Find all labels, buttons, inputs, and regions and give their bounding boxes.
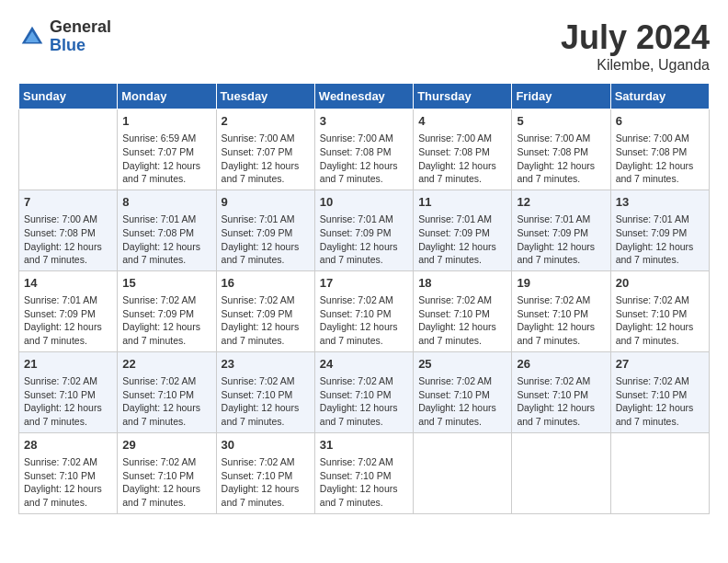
day-header-tuesday: Tuesday: [216, 84, 314, 109]
day-header-saturday: Saturday: [610, 84, 709, 109]
day-number: 24: [320, 356, 408, 373]
calendar-week-2: 7Sunrise: 7:00 AMSunset: 7:08 PMDaylight…: [19, 190, 710, 270]
sunset-time: Sunset: 7:09 PM: [320, 227, 392, 238]
day-number: 31: [320, 437, 408, 454]
day-info: Sunrise: 7:02 AMSunset: 7:09 PMDaylight:…: [122, 293, 210, 348]
day-number: 20: [616, 275, 704, 292]
day-header-sunday: Sunday: [19, 84, 118, 109]
sunset-time: Sunset: 7:10 PM: [517, 308, 588, 319]
day-number: 18: [418, 275, 506, 292]
table-row: 9Sunrise: 7:01 AMSunset: 7:09 PMDaylight…: [216, 190, 314, 270]
daylight-hours: Daylight: 12 hours and 7 minutes.: [320, 160, 398, 185]
daylight-hours: Daylight: 12 hours and 7 minutes.: [122, 402, 200, 427]
sunrise-time: Sunrise: 7:02 AM: [222, 375, 295, 386]
table-row: [414, 432, 512, 513]
sunrise-time: Sunrise: 7:02 AM: [517, 375, 590, 386]
sunrise-time: Sunrise: 7:02 AM: [122, 294, 196, 305]
day-info: Sunrise: 7:00 AMSunset: 7:08 PMDaylight:…: [24, 213, 112, 267]
day-number: 19: [517, 275, 605, 292]
table-row: 6Sunrise: 7:00 AMSunset: 7:08 PMDaylight…: [610, 109, 709, 190]
day-number: 1: [122, 113, 210, 130]
day-info: Sunrise: 7:00 AMSunset: 7:08 PMDaylight:…: [320, 132, 408, 186]
table-row: 20Sunrise: 7:02 AMSunset: 7:10 PMDayligh…: [610, 270, 709, 351]
sunset-time: Sunset: 7:10 PM: [122, 389, 194, 400]
day-info: Sunrise: 7:02 AMSunset: 7:10 PMDaylight:…: [418, 293, 506, 348]
day-info: Sunrise: 7:02 AMSunset: 7:10 PMDaylight:…: [517, 374, 605, 429]
day-info: Sunrise: 7:02 AMSunset: 7:10 PMDaylight:…: [320, 455, 408, 510]
daylight-hours: Daylight: 12 hours and 7 minutes.: [222, 402, 300, 427]
table-row: 16Sunrise: 7:02 AMSunset: 7:09 PMDayligh…: [216, 270, 314, 351]
day-number: 15: [122, 275, 210, 292]
sunrise-time: Sunrise: 7:00 AM: [616, 132, 689, 144]
sunrise-time: Sunrise: 7:02 AM: [222, 294, 295, 305]
sunset-time: Sunset: 7:10 PM: [222, 470, 293, 481]
table-row: 30Sunrise: 7:02 AMSunset: 7:10 PMDayligh…: [216, 432, 314, 513]
sunrise-time: Sunrise: 7:02 AM: [24, 375, 97, 386]
sunrise-time: Sunrise: 7:00 AM: [517, 132, 590, 144]
sunrise-time: Sunrise: 7:02 AM: [122, 375, 196, 386]
day-number: 5: [517, 113, 605, 130]
day-header-wednesday: Wednesday: [314, 84, 413, 109]
daylight-hours: Daylight: 12 hours and 7 minutes.: [24, 321, 102, 346]
logo-general-text: General: [50, 18, 111, 37]
sunset-time: Sunset: 7:08 PM: [320, 146, 392, 157]
table-row: 17Sunrise: 7:02 AMSunset: 7:10 PMDayligh…: [314, 270, 413, 351]
day-info: Sunrise: 7:02 AMSunset: 7:09 PMDaylight:…: [222, 293, 310, 348]
sunrise-time: Sunrise: 7:02 AM: [24, 456, 97, 467]
table-row: 2Sunrise: 7:00 AMSunset: 7:07 PMDaylight…: [216, 109, 314, 190]
sunset-time: Sunset: 7:07 PM: [222, 146, 293, 157]
table-row: 21Sunrise: 7:02 AMSunset: 7:10 PMDayligh…: [19, 351, 118, 432]
sunset-time: Sunset: 7:10 PM: [418, 308, 490, 319]
daylight-hours: Daylight: 12 hours and 7 minutes.: [320, 483, 398, 508]
day-number: 27: [616, 356, 704, 373]
daylight-hours: Daylight: 12 hours and 7 minutes.: [616, 321, 694, 346]
day-number: 16: [222, 275, 310, 292]
sunset-time: Sunset: 7:10 PM: [320, 389, 392, 400]
sunset-time: Sunset: 7:10 PM: [222, 389, 293, 400]
sunrise-time: Sunrise: 7:02 AM: [320, 456, 393, 467]
daylight-hours: Daylight: 12 hours and 7 minutes.: [24, 241, 102, 266]
sunset-time: Sunset: 7:08 PM: [616, 146, 688, 157]
sunset-time: Sunset: 7:10 PM: [418, 389, 490, 400]
daylight-hours: Daylight: 12 hours and 7 minutes.: [122, 321, 200, 346]
day-info: Sunrise: 7:01 AMSunset: 7:09 PMDaylight:…: [616, 213, 704, 267]
logo-blue-text: Blue: [50, 37, 111, 55]
day-number: 2: [222, 113, 310, 130]
day-number: 30: [222, 437, 310, 454]
sunrise-time: Sunrise: 7:00 AM: [418, 132, 492, 144]
daylight-hours: Daylight: 12 hours and 7 minutes.: [418, 402, 496, 427]
calendar-week-3: 14Sunrise: 7:01 AMSunset: 7:09 PMDayligh…: [19, 270, 710, 351]
table-row: 24Sunrise: 7:02 AMSunset: 7:10 PMDayligh…: [314, 351, 413, 432]
sunset-time: Sunset: 7:09 PM: [122, 308, 194, 319]
calendar-week-1: 1Sunrise: 6:59 AMSunset: 7:07 PMDaylight…: [19, 109, 710, 190]
day-info: Sunrise: 7:02 AMSunset: 7:10 PMDaylight:…: [222, 455, 310, 510]
sunset-time: Sunset: 7:07 PM: [122, 146, 194, 157]
sunset-time: Sunset: 7:10 PM: [320, 308, 392, 319]
sunrise-time: Sunrise: 7:01 AM: [122, 213, 196, 224]
table-row: 27Sunrise: 7:02 AMSunset: 7:10 PMDayligh…: [610, 351, 709, 432]
daylight-hours: Daylight: 12 hours and 7 minutes.: [517, 402, 595, 427]
day-number: 14: [24, 275, 112, 292]
daylight-hours: Daylight: 12 hours and 7 minutes.: [222, 321, 300, 346]
day-number: 11: [418, 194, 506, 211]
sunset-time: Sunset: 7:08 PM: [517, 146, 588, 157]
daylight-hours: Daylight: 12 hours and 7 minutes.: [222, 160, 300, 185]
table-row: 10Sunrise: 7:01 AMSunset: 7:09 PMDayligh…: [314, 190, 413, 270]
daylight-hours: Daylight: 12 hours and 7 minutes.: [517, 241, 595, 266]
day-number: 7: [24, 194, 112, 211]
table-row: 4Sunrise: 7:00 AMSunset: 7:08 PMDaylight…: [414, 109, 512, 190]
sunset-time: Sunset: 7:09 PM: [222, 227, 293, 238]
table-row: [19, 109, 118, 190]
day-number: 13: [616, 194, 704, 211]
day-info: Sunrise: 7:01 AMSunset: 7:09 PMDaylight:…: [517, 213, 605, 267]
sunset-time: Sunset: 7:10 PM: [320, 470, 392, 481]
table-row: 14Sunrise: 7:01 AMSunset: 7:09 PMDayligh…: [19, 270, 118, 351]
day-info: Sunrise: 7:01 AMSunset: 7:08 PMDaylight:…: [122, 213, 210, 267]
sunset-time: Sunset: 7:08 PM: [122, 227, 194, 238]
table-row: 28Sunrise: 7:02 AMSunset: 7:10 PMDayligh…: [19, 432, 118, 513]
day-info: Sunrise: 7:01 AMSunset: 7:09 PMDaylight:…: [222, 213, 310, 267]
day-info: Sunrise: 7:00 AMSunset: 7:08 PMDaylight:…: [616, 132, 704, 186]
calendar-header-row: SundayMondayTuesdayWednesdayThursdayFrid…: [19, 84, 710, 109]
day-info: Sunrise: 7:02 AMSunset: 7:10 PMDaylight:…: [122, 374, 210, 429]
calendar-table: SundayMondayTuesdayWednesdayThursdayFrid…: [18, 83, 710, 514]
